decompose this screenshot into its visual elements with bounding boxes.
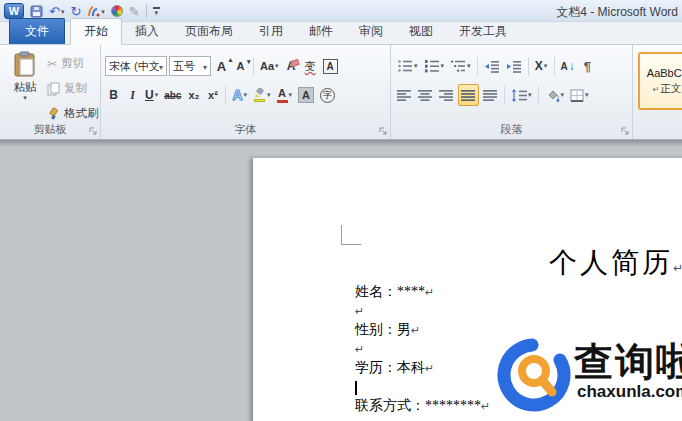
decrease-indent-button[interactable]	[482, 55, 502, 77]
undo-icon[interactable]: ↶	[49, 5, 64, 18]
asian-layout-button[interactable]: X	[533, 55, 550, 77]
cut-button[interactable]: ✂ 剪切	[47, 55, 99, 72]
paragraph-dialog-launcher-icon[interactable]	[621, 127, 629, 135]
document-title[interactable]: 个人简历↵	[549, 244, 682, 282]
customize-qat-icon[interactable]: ▾	[153, 7, 160, 15]
character-shading-button[interactable]: A	[296, 84, 316, 106]
style-normal-card[interactable]: AaBbCc ↵正文	[638, 52, 682, 110]
text-highlight-button[interactable]	[251, 84, 273, 106]
clipboard-dialog-launcher-icon[interactable]	[89, 127, 97, 135]
sort-button[interactable]: A↓	[559, 55, 577, 77]
doc-line-contact[interactable]: 联系方式：********↵	[355, 396, 490, 415]
doc-line-empty[interactable]: ↵	[355, 301, 490, 320]
align-center-icon	[418, 89, 433, 101]
distribute-button[interactable]	[481, 84, 500, 106]
font-color-button[interactable]: A	[275, 84, 295, 106]
paste-button[interactable]: 粘贴 ▾	[7, 51, 43, 123]
font-size-dropdown-icon[interactable]	[203, 60, 207, 72]
change-case-button[interactable]: Aa	[258, 55, 281, 77]
font-color-swatch	[277, 100, 288, 103]
doc-line-name[interactable]: 姓名：****↵	[355, 282, 490, 301]
document-body[interactable]: 姓名：****↵ ↵ 性别：男↵ ↵ 学历：本科↵ 联系方式：********↵	[355, 282, 490, 415]
separator	[538, 86, 539, 105]
tab-mailings[interactable]: 邮件	[296, 19, 346, 44]
paragraph-row-2	[395, 82, 591, 108]
format-painter-icon	[47, 107, 60, 120]
tab-review[interactable]: 审阅	[346, 19, 396, 44]
tab-references[interactable]: 引用	[246, 19, 296, 44]
group-clipboard: 粘贴 ▾ ✂ 剪切 复制 格式刷 剪贴板	[0, 45, 101, 139]
font-size-combo[interactable]: 五号	[169, 56, 211, 76]
ribbon: 粘贴 ▾ ✂ 剪切 复制 格式刷 剪贴板	[0, 45, 682, 140]
paragraph-group-label: 段落	[391, 122, 632, 137]
clipboard-commands: ✂ 剪切 复制 格式刷	[47, 55, 99, 122]
color-wheel-icon[interactable]	[111, 5, 123, 17]
tab-file[interactable]: 文件	[9, 18, 65, 44]
align-right-button[interactable]	[437, 84, 456, 106]
style-preview: AaBbCc	[647, 67, 682, 79]
line-spacing-icon	[511, 89, 527, 102]
font-dialog-launcher-icon[interactable]	[379, 127, 387, 135]
grow-font-button[interactable]: A	[213, 55, 230, 77]
bold-button[interactable]: B	[105, 84, 122, 106]
word-logo-icon[interactable]: W	[4, 3, 24, 19]
tab-insert[interactable]: 插入	[122, 19, 172, 44]
doc-line-education[interactable]: 学历：本科↵	[355, 358, 490, 377]
scissors-icon: ✂	[47, 57, 57, 71]
clear-formatting-button[interactable]: A	[283, 55, 300, 77]
phonetic-guide-button[interactable]: 变	[302, 55, 319, 77]
shrink-font-button[interactable]: A	[232, 55, 249, 77]
subscript-button[interactable]: x₂	[185, 84, 202, 106]
increase-indent-button[interactable]	[504, 55, 524, 77]
copy-icon	[47, 82, 60, 96]
tab-view[interactable]: 视图	[396, 19, 446, 44]
format-painter-button[interactable]: 格式刷	[47, 105, 99, 122]
align-center-button[interactable]	[416, 84, 435, 106]
pilcrow-mark: ↵	[481, 400, 490, 412]
group-font: 宋体 (中文正文 五号 A A Aa A 变 A B I U abc	[101, 45, 391, 139]
paragraph-row-1: X A↓ ¶	[395, 54, 596, 78]
pilcrow-mark: ↵	[411, 324, 420, 336]
doc-line-gender[interactable]: 性别：男↵	[355, 320, 490, 339]
tab-page-layout[interactable]: 页面布局	[172, 19, 246, 44]
highlighter-icon	[253, 88, 266, 102]
borders-button[interactable]	[568, 84, 591, 106]
character-border-button[interactable]: A	[321, 55, 340, 77]
text-effects-button[interactable]: A	[230, 84, 249, 106]
italic-button[interactable]: I	[124, 84, 141, 106]
separator	[253, 57, 254, 76]
doc-line-cursor[interactable]	[355, 377, 490, 396]
bullets-icon	[397, 59, 413, 73]
numbering-button[interactable]	[422, 55, 447, 77]
copy-button[interactable]: 复制	[47, 80, 99, 97]
doc-line-empty[interactable]: ↵	[355, 339, 490, 358]
line-spacing-button[interactable]	[509, 84, 534, 106]
superscript-button[interactable]: x²	[204, 84, 221, 106]
pilcrow-mark: ↵	[355, 305, 364, 317]
paste-dropdown-icon[interactable]: ▾	[23, 95, 27, 101]
multilevel-list-button[interactable]	[448, 55, 473, 77]
format-painter-label: 格式刷	[64, 106, 99, 121]
align-left-button[interactable]	[395, 84, 414, 106]
redo-icon[interactable]: ↻	[70, 5, 81, 18]
show-hide-marks-button[interactable]: ¶	[579, 55, 596, 77]
strikethrough-button[interactable]: abc	[162, 84, 183, 106]
copy-label: 复制	[64, 81, 87, 96]
save-icon[interactable]	[30, 5, 43, 18]
pen-icon[interactable]: ✎	[129, 5, 140, 18]
justify-button[interactable]	[458, 84, 479, 106]
font-name-dropdown-icon[interactable]	[159, 60, 163, 72]
tab-home[interactable]: 开始	[70, 18, 122, 45]
font-name-combo[interactable]: 宋体 (中文正文	[105, 56, 167, 76]
shading-button[interactable]	[543, 84, 567, 106]
bullets-button[interactable]	[395, 55, 420, 77]
clipboard-group-label: 剪贴板	[0, 122, 100, 137]
cut-label: 剪切	[61, 56, 84, 71]
separator	[504, 86, 505, 105]
underline-button[interactable]: U	[143, 84, 160, 106]
watermark-domain: chaxunla.com	[577, 382, 682, 402]
enclose-characters-button[interactable]: 字	[318, 84, 337, 106]
tab-developer[interactable]: 开发工具	[446, 19, 520, 44]
sort-arrow-icon: ↓	[569, 59, 575, 73]
format-brush-icon[interactable]	[87, 5, 105, 18]
